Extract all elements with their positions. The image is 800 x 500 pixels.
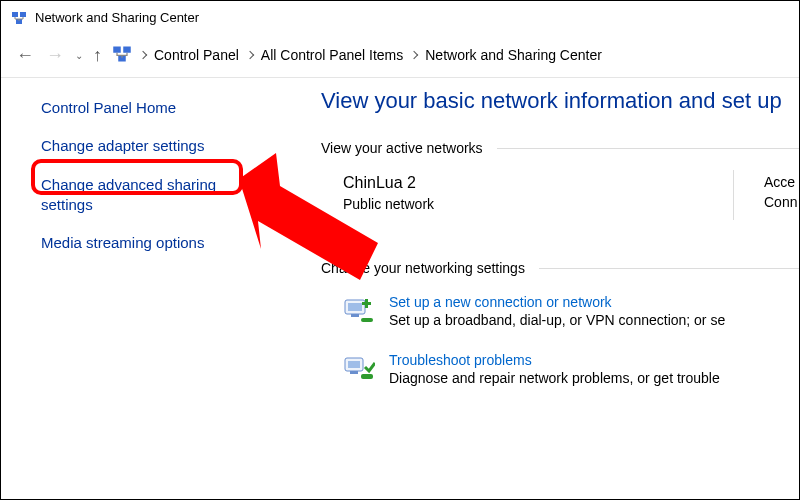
chevron-right-icon (139, 51, 147, 59)
svg-rect-16 (361, 374, 373, 379)
svg-rect-12 (361, 318, 373, 322)
setup-connection-desc: Set up a broadband, dial-up, or VPN conn… (389, 312, 725, 328)
network-name: ChinLua 2 (343, 174, 643, 192)
sidebar-item-home[interactable]: Control Panel Home (41, 98, 251, 118)
svg-rect-14 (348, 361, 360, 368)
sidebar-item-advanced-sharing[interactable]: Change advanced sharing settings (41, 175, 251, 216)
setup-connection-link[interactable]: Set up a new connection or network (389, 294, 725, 310)
divider (497, 148, 799, 149)
sidebar: Control Panel Home Change adapter settin… (1, 78, 281, 500)
window-title: Network and Sharing Center (35, 10, 199, 25)
svg-rect-3 (113, 46, 121, 52)
svg-rect-0 (12, 12, 18, 17)
svg-rect-7 (348, 303, 362, 311)
back-button[interactable]: ← (15, 45, 35, 66)
up-button[interactable]: ↑ (93, 45, 102, 66)
setup-connection-item: Set up a new connection or network Set u… (343, 294, 799, 328)
svg-rect-15 (350, 371, 358, 374)
change-settings-heading: Change your networking settings (321, 260, 525, 276)
divider (733, 170, 734, 220)
setup-connection-icon (343, 294, 375, 326)
sidebar-item-adapter-settings[interactable]: Change adapter settings (41, 136, 251, 156)
troubleshoot-desc: Diagnose and repair network problems, or… (389, 370, 720, 386)
network-type: Public network (343, 196, 643, 212)
troubleshoot-icon (343, 352, 375, 384)
troubleshoot-item: Troubleshoot problems Diagnose and repai… (343, 352, 799, 386)
forward-button[interactable]: → (45, 45, 65, 66)
page-title: View your basic network information and … (321, 88, 799, 114)
nav-bar: ← → ⌄ ↑ Control Panel All Control Panel … (1, 33, 799, 77)
svg-rect-4 (123, 46, 131, 52)
svg-rect-8 (351, 314, 359, 317)
title-bar: Network and Sharing Center (1, 1, 799, 33)
network-access-label: Acce (764, 174, 797, 190)
chevron-right-icon (246, 51, 254, 59)
active-networks-heading: View your active networks (321, 140, 483, 156)
recent-locations-dropdown[interactable]: ⌄ (75, 50, 83, 61)
main-content: View your basic network information and … (281, 78, 799, 500)
divider (539, 268, 799, 269)
breadcrumb-all-items[interactable]: All Control Panel Items (261, 47, 403, 63)
network-center-icon (112, 44, 132, 67)
network-connections-label: Conn (764, 194, 797, 210)
breadcrumb-control-panel[interactable]: Control Panel (154, 47, 239, 63)
breadcrumb: Control Panel All Control Panel Items Ne… (112, 44, 602, 67)
svg-rect-1 (20, 12, 26, 17)
svg-rect-11 (362, 302, 371, 305)
troubleshoot-link[interactable]: Troubleshoot problems (389, 352, 720, 368)
network-center-icon (11, 9, 27, 25)
sidebar-item-media-streaming[interactable]: Media streaming options (41, 233, 251, 253)
breadcrumb-current[interactable]: Network and Sharing Center (425, 47, 602, 63)
active-network-row: ChinLua 2 Public network Acce Conn (321, 174, 799, 220)
chevron-right-icon (410, 51, 418, 59)
